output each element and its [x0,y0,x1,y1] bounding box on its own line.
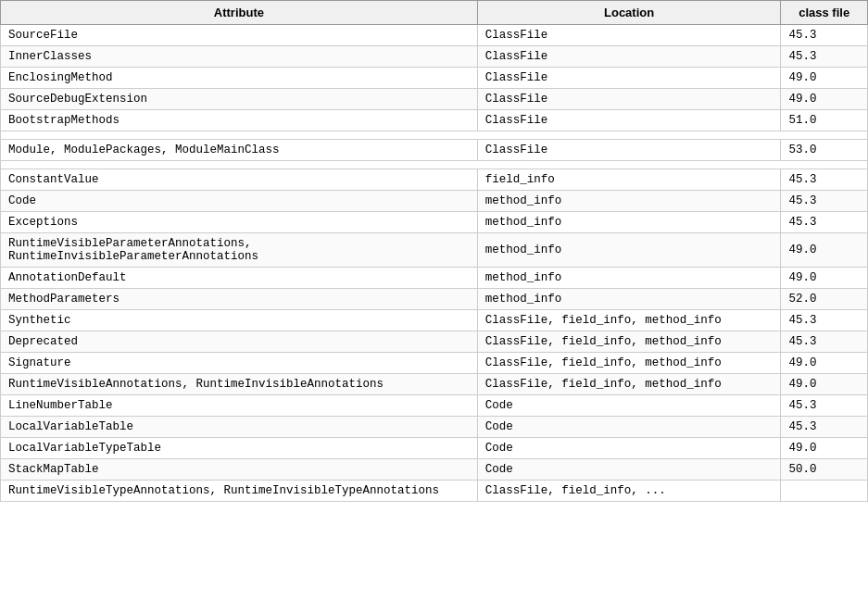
spacer-row [1,131,868,140]
cell-version: 49.0 [781,89,868,110]
cell-attribute: RuntimeVisibleParameterAnnotations, Runt… [1,233,478,268]
cell-version: 53.0 [781,140,868,161]
cell-location: Code [477,438,781,459]
table-row: ConstantValuefield_info45.3 [1,169,868,191]
cell-location: Code [477,395,781,417]
table-row: LocalVariableTypeTableCode49.0 [1,438,868,459]
cell-attribute: LineNumberTable [1,395,478,417]
table-row: Module, ModulePackages, ModuleMainClassC… [1,140,868,161]
cell-location: method_info [477,289,781,310]
table-row: DeprecatedClassFile, field_info, method_… [1,331,868,353]
cell-version: 49.0 [781,68,868,89]
table-row: Codemethod_info45.3 [1,191,868,212]
cell-location: ClassFile [477,46,781,68]
cell-location: ClassFile [477,89,781,110]
table-row: SourceDebugExtensionClassFile49.0 [1,89,868,110]
cell-version: 49.0 [781,438,868,459]
cell-version: 45.3 [781,417,868,438]
cell-location: field_info [477,169,781,191]
table-row: RuntimeVisibleAnnotations, RuntimeInvisi… [1,374,868,395]
cell-attribute: RuntimeVisibleAnnotations, RuntimeInvisi… [1,374,478,395]
cell-version: 51.0 [781,110,868,131]
table-row: LineNumberTableCode45.3 [1,395,868,417]
cell-attribute: LocalVariableTypeTable [1,438,478,459]
cell-location: ClassFile, field_info, method_info [477,310,781,331]
cell-location: ClassFile, field_info, method_info [477,353,781,374]
cell-version: 45.3 [781,25,868,46]
main-container: Attribute Location class file SourceFile… [0,0,868,502]
header-classfile: class file [781,1,868,25]
cell-location: ClassFile [477,140,781,161]
cell-version: 45.3 [781,331,868,353]
cell-location: ClassFile [477,110,781,131]
cell-version: 52.0 [781,289,868,310]
cell-attribute: Module, ModulePackages, ModuleMainClass [1,140,478,161]
cell-attribute: SourceDebugExtension [1,89,478,110]
table-row: SyntheticClassFile, field_info, method_i… [1,310,868,331]
header-attribute: Attribute [1,1,478,25]
cell-version: 45.3 [781,310,868,331]
cell-version: 45.3 [781,212,868,233]
table-row: RuntimeVisibleTypeAnnotations, RuntimeIn… [1,481,868,502]
table-row: EnclosingMethodClassFile49.0 [1,68,868,89]
cell-version: 49.0 [781,353,868,374]
table-row: LocalVariableTableCode45.3 [1,417,868,438]
cell-attribute: MethodParameters [1,289,478,310]
cell-location: method_info [477,268,781,289]
cell-location: ClassFile, field_info, ... [477,481,781,502]
table-row: StackMapTableCode50.0 [1,459,868,481]
cell-attribute: Code [1,191,478,212]
header-location: Location [477,1,781,25]
cell-attribute: Deprecated [1,331,478,353]
table-row: BootstrapMethodsClassFile51.0 [1,110,868,131]
cell-location: ClassFile [477,25,781,46]
cell-attribute: InnerClasses [1,46,478,68]
cell-attribute: ConstantValue [1,169,478,191]
table-row: RuntimeVisibleParameterAnnotations, Runt… [1,233,868,268]
cell-attribute: AnnotationDefault [1,268,478,289]
cell-location: Code [477,417,781,438]
cell-attribute: StackMapTable [1,459,478,481]
cell-version: 50.0 [781,459,868,481]
cell-attribute: Synthetic [1,310,478,331]
cell-version: 49.0 [781,374,868,395]
cell-location: Code [477,459,781,481]
table-row: SignatureClassFile, field_info, method_i… [1,353,868,374]
table-row: Exceptionsmethod_info45.3 [1,212,868,233]
cell-location: ClassFile, field_info, method_info [477,331,781,353]
cell-version: 49.0 [781,268,868,289]
cell-attribute: LocalVariableTable [1,417,478,438]
cell-version: 45.3 [781,169,868,191]
cell-version: 49.0 [781,233,868,268]
table-row: SourceFileClassFile45.3 [1,25,868,46]
cell-version: 45.3 [781,395,868,417]
table-row: AnnotationDefaultmethod_info49.0 [1,268,868,289]
cell-attribute: Exceptions [1,212,478,233]
cell-location: method_info [477,233,781,268]
cell-attribute: Signature [1,353,478,374]
cell-version: 45.3 [781,46,868,68]
table-row: InnerClassesClassFile45.3 [1,46,868,68]
cell-attribute: RuntimeVisibleTypeAnnotations, RuntimeIn… [1,481,478,502]
attributes-table: Attribute Location class file SourceFile… [0,0,868,502]
cell-location: method_info [477,191,781,212]
table-row: MethodParametersmethod_info52.0 [1,289,868,310]
cell-version: 45.3 [781,191,868,212]
spacer-row [1,161,868,169]
cell-attribute: BootstrapMethods [1,110,478,131]
cell-location: ClassFile, field_info, method_info [477,374,781,395]
cell-version [781,481,868,502]
cell-location: method_info [477,212,781,233]
cell-attribute: EnclosingMethod [1,68,478,89]
cell-attribute: SourceFile [1,25,478,46]
cell-location: ClassFile [477,68,781,89]
